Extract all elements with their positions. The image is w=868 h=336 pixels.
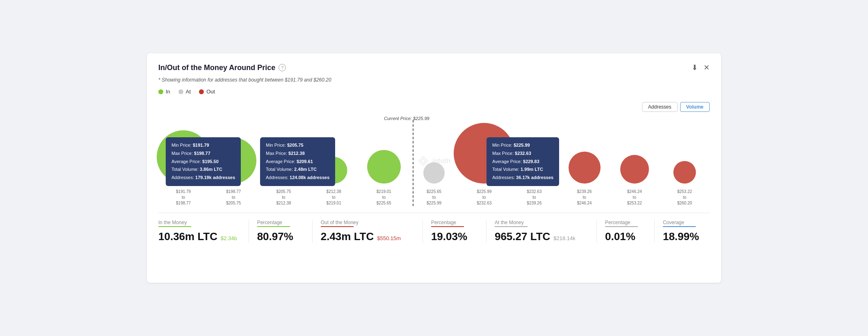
- download-icon[interactable]: ⬇: [692, 63, 698, 72]
- summary-at-pct: Percentage 0.01%: [596, 220, 654, 243]
- in-pct-value: 80.97%: [257, 230, 304, 243]
- addresses-button[interactable]: Addresses: [642, 102, 678, 112]
- range-3: $212.38 to $219.01: [309, 189, 359, 206]
- main-card: In/Out of the Money Around Price ? ⬇ ✕ *…: [147, 53, 721, 283]
- at-pct-value: 0.01%: [605, 230, 646, 243]
- range-7: $232.63 to $239.26: [509, 189, 559, 206]
- help-icon[interactable]: ?: [279, 64, 286, 71]
- range-0: $191.79 to $198.77: [158, 189, 208, 206]
- in-money-value: 10.36m LTC $2.34b: [158, 230, 240, 243]
- card-header: In/Out of the Money Around Price ? ⬇ ✕: [158, 63, 710, 72]
- range-labels: $191.79 to $198.77 $198.77 to $205.75 $2…: [158, 189, 710, 206]
- summary-in-pct: Percentage 80.97%: [249, 220, 312, 243]
- bubble-col-5: [409, 118, 459, 184]
- in-money-label: In the Money: [158, 220, 240, 227]
- bubble-5: [423, 162, 445, 184]
- header-icons: ⬇ ✕: [692, 63, 710, 72]
- at-pct-label: Percentage: [605, 220, 646, 227]
- bubbles-container: [158, 118, 710, 184]
- summary-coverage: Coverage 18.99%: [654, 220, 710, 243]
- out-money-value: 2.43m LTC $550.15m: [321, 230, 414, 243]
- tooltip-1: Min Price: $191.79 Max Price: $198.77 Av…: [166, 137, 241, 186]
- volume-button[interactable]: Volume: [680, 102, 710, 112]
- bubble-col-9: [610, 118, 660, 184]
- bubble-4: [367, 150, 401, 184]
- legend-dot-at: [178, 89, 183, 94]
- legend-out: Out: [199, 89, 215, 95]
- legend-label-at: At: [186, 89, 191, 95]
- tooltip-2: Min Price: $205.75 Max Price: $212.38 Av…: [260, 137, 335, 186]
- summary-at-money: At the Money 965.27 LTC $218.14k: [486, 220, 596, 243]
- out-pct-label: Percentage: [431, 220, 478, 227]
- legend-in: In: [158, 89, 170, 95]
- legend: In At Out: [158, 89, 710, 95]
- at-money-value: 965.27 LTC $218.14k: [495, 230, 588, 243]
- in-money-sub: $2.34b: [221, 235, 237, 241]
- out-money-sub: $550.15m: [377, 235, 401, 241]
- chart-area: Current Price: $225.99 intoth: [158, 116, 710, 206]
- bubble-8: [569, 152, 601, 184]
- header-left: In/Out of the Money Around Price ?: [158, 64, 286, 72]
- range-8: $239.26 to $246.24: [560, 189, 610, 206]
- summary-row: In the Money 10.36m LTC $2.34b Percentag…: [158, 213, 710, 243]
- subtitle: * Showing information for addresses that…: [158, 77, 710, 83]
- at-money-sub: $218.14k: [553, 235, 576, 241]
- at-money-label: At the Money: [495, 220, 588, 227]
- range-9: $246.24 to $253.22: [610, 189, 660, 206]
- legend-label-in: In: [166, 89, 170, 95]
- summary-out-money: Out of the Money 2.43m LTC $550.15m: [312, 220, 423, 243]
- legend-label-out: Out: [206, 89, 215, 95]
- legend-dot-out: [199, 89, 204, 94]
- range-1: $198.77 to $205.75: [208, 189, 258, 206]
- chart-controls: Addresses Volume: [158, 102, 710, 112]
- range-6: $225.99 to $232.63: [459, 189, 509, 206]
- coverage-value: 18.99%: [663, 230, 710, 243]
- tooltip-3: Min Price: $225.99 Max Price: $232.63 Av…: [487, 137, 559, 186]
- range-10: $253.22 to $260.20: [660, 189, 710, 206]
- close-icon[interactable]: ✕: [704, 63, 710, 72]
- out-money-label: Out of the Money: [321, 220, 414, 227]
- bubble-col-4: [359, 118, 409, 184]
- range-5: $225.65 to $225.99: [409, 189, 459, 206]
- range-4: $219.01 to $225.65: [359, 189, 409, 206]
- bubble-col-10: [660, 118, 710, 184]
- coverage-label: Coverage: [663, 220, 710, 227]
- legend-dot-in: [158, 89, 163, 94]
- page-title: In/Out of the Money Around Price: [158, 64, 275, 72]
- in-pct-label: Percentage: [257, 220, 304, 227]
- bubble-col-8: [560, 118, 610, 184]
- bubble-9: [620, 155, 649, 184]
- summary-in-money: In the Money 10.36m LTC $2.34b: [158, 220, 249, 243]
- bubble-10: [673, 161, 696, 184]
- summary-out-pct: Percentage 19.03%: [423, 220, 486, 243]
- legend-at: At: [178, 89, 191, 95]
- out-pct-value: 19.03%: [431, 230, 478, 243]
- range-2: $205.75 to $212.38: [258, 189, 308, 206]
